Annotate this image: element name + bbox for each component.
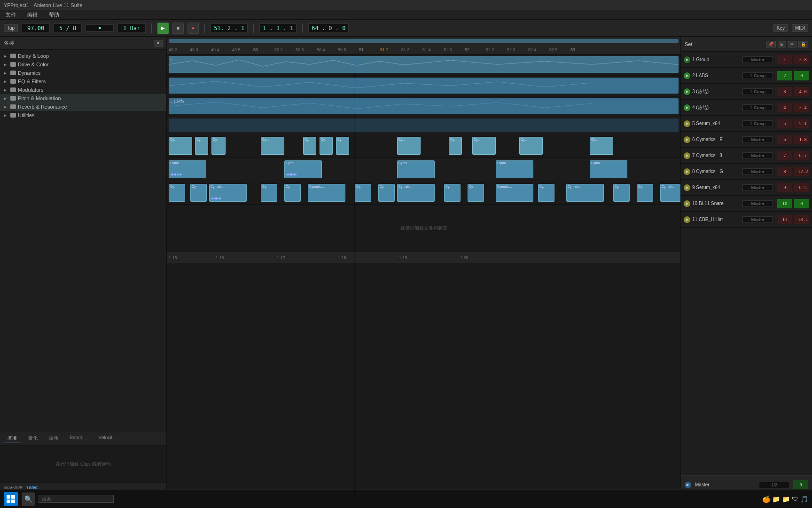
channel-10-snare[interactable]: ▶ 10 BL11 Snare Master 10 0 [681, 196, 812, 212]
tab-random[interactable]: Rando... [66, 434, 91, 443]
track7-clip-1[interactable]: Cy. [169, 184, 185, 202]
small-clip-cy7[interactable]: Cy. [336, 137, 349, 155]
channel-8-cymatics[interactable]: ▶ 8 Cymatics - G Master 8 -12.2 [681, 164, 812, 180]
tap-button[interactable]: Tap [4, 24, 18, 32]
stop-button[interactable]: ■ [172, 23, 184, 34]
channel-9-serum[interactable]: ▶ 9 Serum_x64 Master 9 -6.5 [681, 180, 812, 196]
small-clip-cy10[interactable]: Cy... [472, 137, 496, 155]
browser-item-eq[interactable]: ▶ EQ & Filters [0, 77, 166, 86]
medium-clip-1[interactable]: Cyma... ◀◀ ▶▶ [169, 160, 206, 178]
small-clip-cy3[interactable]: Cy. [211, 137, 226, 155]
taskbar-icon-4[interactable]: 🛡 [792, 495, 798, 503]
fader-1[interactable]: -2.8 [794, 55, 809, 64]
channel-route-2[interactable]: 1-Group [742, 72, 773, 79]
track-row-5[interactable]: Cy... Cy. Cy. Cy... Cy. Cy. Cy. Cy... Cy… [167, 134, 680, 158]
menu-help[interactable]: 帮助 [47, 11, 61, 18]
position-display[interactable]: 51. 2 . 1 [211, 24, 248, 33]
fader-2[interactable]: 0 [794, 71, 809, 80]
browser-item-modulators[interactable]: ▶ Modulators [0, 86, 166, 94]
scroll-area[interactable] [167, 37, 680, 45]
browser-item-delay[interactable]: ▶ Delay & Loop [0, 52, 166, 60]
browser-item-reverb[interactable]: ▶ Reverb & Resonance [0, 103, 166, 111]
menu-edit[interactable]: 编辑 [25, 11, 39, 18]
taskbar-search[interactable] [39, 495, 114, 503]
master-fader[interactable]: 0 [793, 480, 808, 490]
bpm-display[interactable]: 97.00 [22, 24, 50, 33]
loop-btn[interactable]: ● [86, 24, 114, 32]
browser-item-utilities[interactable]: ▶ Utilities [0, 111, 166, 119]
mixer-pencil-btn[interactable]: ✏ [788, 41, 796, 48]
mixer-pin-btn[interactable]: 📌 [766, 41, 776, 48]
track7-clip-17[interactable]: Cymatic... [660, 184, 680, 202]
channel-6-cymatics[interactable]: ▶ 6 Cymatics - E Master 6 -1.8 [681, 132, 812, 148]
arrange-hint-area[interactable]: 在选里加载文件和装置 [167, 205, 680, 252]
track-row-6[interactable]: Cyma... ◀◀ ▶▶ Cyma... ◀◀▶▶ Cyma... C [167, 158, 680, 181]
bar-mode-display[interactable]: 64 . 0 . 0 [308, 24, 349, 33]
fader-10[interactable]: 0 [794, 199, 809, 208]
track7-clip-3[interactable]: Cymatic... ◀◀▶▶ [209, 184, 247, 202]
tab-velocity[interactable]: Velocit... [95, 434, 120, 443]
taskbar-icon-1[interactable]: 🍊 [762, 495, 770, 503]
small-clip-cy11[interactable]: Cy... [519, 137, 543, 155]
mixer-expand-btn[interactable]: ⊞ [778, 41, 786, 48]
track-row-3[interactable]: ... (冻结) [167, 96, 680, 117]
track7-clip-10[interactable]: Cy. [444, 184, 461, 202]
scroll-thumb[interactable] [169, 39, 679, 43]
play-button[interactable]: ▶ [157, 23, 169, 34]
small-clip-cy5[interactable]: Cy. [303, 137, 316, 155]
fader-9[interactable]: -6.5 [794, 183, 809, 192]
channel-route-8[interactable]: Master [742, 168, 773, 175]
track7-clip-9[interactable]: Cymatic... [397, 184, 435, 202]
track7-clip-11[interactable]: Cy. [468, 184, 484, 202]
medium-clip-2[interactable]: Cyma... ◀◀▶▶ [284, 160, 322, 178]
start-button[interactable] [4, 492, 18, 506]
channel-route-1[interactable]: Master [742, 56, 773, 63]
track7-clip-6[interactable]: Cymatic... [308, 184, 345, 202]
small-clip-cy4[interactable]: Cy... [261, 137, 284, 155]
track-row-1[interactable]: ... [167, 55, 680, 76]
channel-2-labs[interactable]: ▶ 2 LABS 1-Group 2 0 [681, 68, 812, 84]
clip-drop-area[interactable]: 在此里加载 Clips 或者拖动 [0, 445, 166, 483]
channel-route-9[interactable]: Master [742, 184, 773, 191]
browser-item-pitch[interactable]: ▶ Pitch & Modulation [0, 94, 166, 103]
taskbar-icon-3[interactable]: 📁 [782, 495, 790, 503]
menu-file[interactable]: 文件 [4, 11, 18, 18]
search-taskbar-btn[interactable]: 🔍 [22, 492, 35, 506]
channel-route-11[interactable]: Master [742, 216, 773, 223]
track7-clip-15[interactable]: Cy. [613, 184, 630, 202]
track7-clip-5[interactable]: Cy. [284, 184, 301, 202]
channel-1-group[interactable]: ▶ 1 Group Master 1 -2.8 [681, 52, 812, 68]
fader-11[interactable]: -13.1 [794, 215, 809, 224]
small-clip-cy12[interactable]: Cy... [590, 137, 613, 155]
bar-display[interactable]: 1 Bar [117, 24, 146, 33]
time-sig-display[interactable]: 5 / 8 [54, 24, 82, 33]
track7-clip-8[interactable]: Cy. [378, 184, 395, 202]
fader-3[interactable]: -4.0 [794, 87, 809, 96]
track-row-7[interactable]: Cy. Cy. Cymatic... ◀◀▶▶ Cy. Cy. Cymatic.… [167, 181, 680, 205]
channel-7-cymatics[interactable]: ▶ 7 Cymatics - 8 Master 7 -6.7 [681, 148, 812, 164]
fader-5[interactable]: -5.1 [794, 119, 809, 128]
channel-11-hihat[interactable]: ▶ 11 CBE_HiHat Master 11 -13.1 [681, 212, 812, 228]
channel-route-3[interactable]: 1-Group [742, 88, 773, 95]
track7-clip-7[interactable]: Cy. [355, 184, 371, 202]
track7-clip-4[interactable]: Cy. [261, 184, 277, 202]
browser-collapse-btn[interactable]: ▼ [154, 40, 163, 47]
tab-base[interactable]: 基准 [4, 434, 21, 443]
small-clip-cy6[interactable]: Cy. [320, 137, 333, 155]
small-clip-cy8[interactable]: Cy... [397, 137, 421, 155]
track7-clip-16[interactable]: Cy. [637, 184, 653, 202]
track-row-2[interactable] [167, 76, 680, 96]
track7-clip-2[interactable]: Cy. [190, 184, 207, 202]
channel-route-6[interactable]: Master [742, 136, 773, 143]
fader-7[interactable]: -6.7 [794, 151, 809, 160]
channel-route-4[interactable]: 1-Group [742, 104, 773, 111]
taskbar-icon-2[interactable]: 📁 [772, 495, 780, 503]
taskbar-icon-5[interactable]: 🎵 [800, 495, 808, 503]
midi-button[interactable]: MIDI [792, 24, 808, 32]
master-route[interactable]: 1/2 [759, 482, 789, 488]
browser-item-dynamics[interactable]: ▶ Dynamics [0, 69, 166, 77]
channel-route-10[interactable]: Master [742, 200, 773, 207]
track7-clip-12[interactable]: Cymatic... [496, 184, 533, 202]
track7-clip-13[interactable]: Cy. [538, 184, 554, 202]
fader-8[interactable]: -12.2 [794, 167, 809, 176]
